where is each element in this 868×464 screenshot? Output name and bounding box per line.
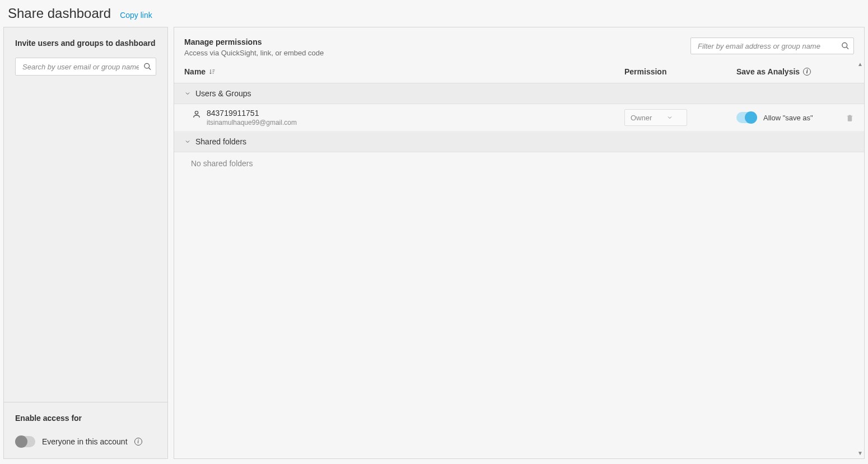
save-as-toggle[interactable] xyxy=(736,112,757,123)
group-users-label: Users & Groups xyxy=(195,89,251,98)
invite-title: Invite users and groups to dashboard xyxy=(15,39,156,48)
chevron-down-icon xyxy=(666,114,673,121)
manage-permissions-subtitle: Access via QuickSight, link, or embed co… xyxy=(184,49,324,57)
column-permission-label: Permission xyxy=(624,67,666,76)
column-name-label: Name xyxy=(184,67,206,76)
table-header: Name Permission Save as Analysis i xyxy=(174,63,864,83)
enable-access-title: Enable access for xyxy=(15,414,156,423)
svg-line-3 xyxy=(847,47,848,49)
column-save-as: Save as Analysis i xyxy=(736,67,854,76)
invite-search-input[interactable] xyxy=(15,58,156,76)
filter-wrap xyxy=(690,38,854,54)
group-users-and-groups[interactable]: Users & Groups xyxy=(174,83,864,104)
chevron-down-icon xyxy=(184,90,191,97)
column-permission: Permission xyxy=(624,67,736,76)
no-shared-folders: No shared folders xyxy=(174,152,864,175)
column-name[interactable]: Name xyxy=(184,67,624,76)
user-email: itsinamulhaque99@gmail.com xyxy=(207,119,297,126)
row-name-cell: 843719911751 itsinamulhaque99@gmail.com xyxy=(184,109,624,126)
layout: Invite users and groups to dashboard Ena… xyxy=(0,27,868,462)
save-as-label: Allow "save as" xyxy=(763,114,813,122)
svg-point-0 xyxy=(144,63,150,68)
svg-point-4 xyxy=(195,111,198,114)
group-shared-folders[interactable]: Shared folders xyxy=(174,132,864,152)
main-panel: Manage permissions Access via QuickSight… xyxy=(174,27,865,459)
permission-value: Owner xyxy=(631,114,652,122)
trash-icon[interactable] xyxy=(846,114,854,122)
page-title: Share dashboard xyxy=(8,6,111,21)
user-text: 843719911751 itsinamulhaque99@gmail.com xyxy=(207,109,297,126)
svg-point-2 xyxy=(842,43,847,48)
everyone-toggle-row: Everyone in this account i xyxy=(15,436,156,447)
search-icon xyxy=(841,42,850,50)
row-permission-cell: Owner xyxy=(624,109,736,126)
main-header-left: Manage permissions Access via QuickSight… xyxy=(184,38,324,57)
chevron-down-icon xyxy=(184,138,191,145)
info-icon[interactable]: i xyxy=(803,68,811,76)
scroll-down-icon[interactable]: ▼ xyxy=(857,450,863,456)
table-row: 843719911751 itsinamulhaque99@gmail.com … xyxy=(174,104,864,132)
invite-search-wrap xyxy=(15,58,156,76)
sort-icon xyxy=(209,68,216,75)
everyone-toggle[interactable] xyxy=(15,436,35,447)
sidebar: Invite users and groups to dashboard Ena… xyxy=(3,27,168,459)
column-save-as-label: Save as Analysis xyxy=(736,67,800,76)
group-shared-folders-label: Shared folders xyxy=(195,137,246,146)
everyone-label: Everyone in this account xyxy=(42,437,128,446)
page-header: Share dashboard Copy link xyxy=(0,0,868,27)
user-block: 843719911751 itsinamulhaque99@gmail.com xyxy=(192,109,297,126)
search-icon xyxy=(143,63,152,71)
user-id: 843719911751 xyxy=(207,109,297,118)
permission-select[interactable]: Owner xyxy=(624,109,687,126)
row-save-as-cell: Allow "save as" xyxy=(736,112,854,123)
copy-link[interactable]: Copy link xyxy=(120,11,152,20)
info-icon[interactable]: i xyxy=(134,438,142,446)
sidebar-access-section: Enable access for Everyone in this accou… xyxy=(4,402,167,458)
user-icon xyxy=(192,110,201,119)
sidebar-invite-section: Invite users and groups to dashboard xyxy=(4,27,167,402)
manage-permissions-title: Manage permissions xyxy=(184,38,324,46)
svg-line-1 xyxy=(149,68,151,69)
filter-input[interactable] xyxy=(690,38,854,54)
main-header: Manage permissions Access via QuickSight… xyxy=(174,27,864,63)
